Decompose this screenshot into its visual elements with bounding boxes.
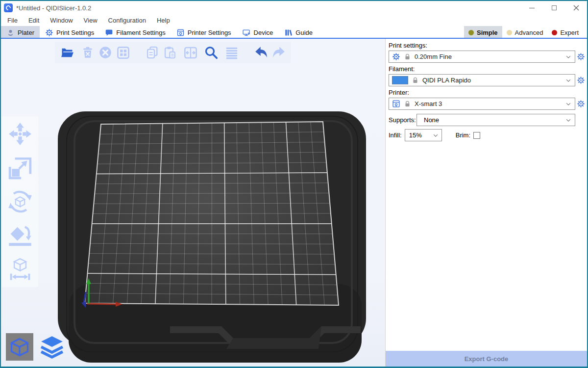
- maximize-icon: [552, 5, 557, 10]
- undo-arrow-icon: [254, 46, 269, 59]
- menu-view[interactable]: View: [78, 15, 103, 26]
- 3d-editor-toggle[interactable]: [6, 333, 33, 361]
- print-settings-combo[interactable]: 0.20mm Fine: [389, 51, 575, 63]
- menu-bar: File Edit Window View Configuration Help: [1, 15, 587, 26]
- settings-sidebar: Print settings: 0.20mm Fine Filament: QI…: [385, 39, 587, 367]
- arrange-grid-icon: [117, 46, 130, 59]
- mode-advanced[interactable]: Advanced: [502, 26, 548, 39]
- chevron-down-icon: [565, 101, 572, 107]
- guide-books-icon: [284, 28, 293, 37]
- open-button[interactable]: [59, 43, 75, 62]
- tab-plater[interactable]: Plater: [1, 26, 40, 39]
- search-icon: [204, 45, 219, 60]
- printer-value: X-smart 3: [415, 100, 562, 107]
- supports-dropdown[interactable]: None: [416, 114, 575, 126]
- chevron-down-icon: [565, 53, 572, 60]
- tab-filament-settings[interactable]: Filament Settings: [99, 26, 171, 39]
- 3d-viewport[interactable]: [1, 39, 385, 367]
- infill-label: Infill:: [389, 131, 402, 139]
- layers-lines-icon: [225, 46, 239, 59]
- close-button[interactable]: [565, 1, 587, 15]
- tab-printer-settings[interactable]: Printer Settings: [171, 26, 237, 39]
- filament-icon: [105, 28, 113, 37]
- gear-icon: [45, 28, 53, 37]
- place-on-face-button[interactable]: [7, 223, 33, 248]
- copy-icon: [146, 46, 159, 59]
- flatten-icon: [7, 223, 33, 248]
- gear-icon: [392, 53, 400, 61]
- lock-icon: [404, 53, 411, 60]
- supports-label: Supports:: [389, 116, 416, 124]
- delete-all-button[interactable]: [97, 43, 114, 62]
- chevron-down-icon: [565, 117, 572, 124]
- filament-combo[interactable]: QIDI PLA Rapido: [389, 74, 575, 86]
- arrange-button[interactable]: [115, 43, 131, 62]
- expert-dot-icon: [552, 30, 557, 35]
- undo-button[interactable]: [253, 43, 270, 62]
- search-button[interactable]: [203, 43, 220, 62]
- menu-file[interactable]: File: [2, 15, 23, 26]
- mode-switcher: Simple Advanced Expert: [464, 26, 587, 39]
- mode-expert[interactable]: Expert: [547, 26, 583, 39]
- export-gcode-button[interactable]: Export G-code: [386, 351, 587, 367]
- copy-button[interactable]: [144, 43, 161, 62]
- tab-label: Plater: [18, 29, 34, 36]
- redo-arrow-icon: [271, 46, 286, 59]
- tab-label: Filament Settings: [116, 29, 165, 36]
- delete-button[interactable]: [79, 43, 96, 62]
- measure-button[interactable]: [7, 257, 33, 282]
- filament-value: QIDI PLA Rapido: [422, 77, 562, 84]
- mode-label: Simple: [477, 29, 498, 36]
- open-folder-icon: [60, 46, 74, 59]
- redo-button[interactable]: [270, 43, 287, 62]
- move-button[interactable]: [7, 121, 33, 147]
- print-settings-edit-button[interactable]: [575, 51, 586, 63]
- print-settings-label: Print settings:: [389, 42, 586, 49]
- maximize-button[interactable]: [543, 1, 565, 15]
- measure-icon: [7, 257, 33, 282]
- simple-dot-icon: [468, 30, 474, 35]
- filament-edit-button[interactable]: [575, 74, 586, 86]
- filament-color-swatch: [392, 76, 408, 84]
- minimize-button[interactable]: [521, 1, 543, 15]
- menu-window[interactable]: Window: [45, 15, 78, 26]
- chevron-down-icon: [565, 77, 572, 84]
- tab-device[interactable]: Device: [237, 26, 279, 39]
- plater-icon: [6, 28, 15, 37]
- filament-label: Filament:: [389, 65, 586, 73]
- printer-icon: [392, 100, 400, 108]
- tab-print-settings[interactable]: Print Settings: [40, 26, 99, 39]
- advanced-dot-icon: [507, 30, 512, 35]
- menu-configuration[interactable]: Configuration: [103, 15, 151, 26]
- mode-simple[interactable]: Simple: [464, 26, 502, 39]
- tab-bar: Plater Print Settings Filament Settings …: [1, 26, 587, 39]
- brim-checkbox[interactable]: [473, 132, 480, 139]
- scale-icon: [8, 156, 32, 180]
- printer-combo[interactable]: X-smart 3: [389, 98, 575, 110]
- tab-label: Print Settings: [56, 29, 94, 36]
- infill-value: 15%: [409, 131, 432, 139]
- paste-button[interactable]: [162, 43, 178, 62]
- scale-button[interactable]: [7, 155, 33, 181]
- minimize-icon: [529, 8, 535, 8]
- infill-dropdown[interactable]: 15%: [405, 129, 442, 141]
- menu-edit[interactable]: Edit: [23, 15, 45, 26]
- split-button[interactable]: [182, 43, 199, 62]
- circle-x-icon: [98, 46, 112, 59]
- rotate-icon: [7, 189, 33, 214]
- printer-edit-button[interactable]: [575, 98, 586, 110]
- lock-icon: [412, 77, 419, 84]
- menu-help[interactable]: Help: [151, 15, 175, 26]
- window-title: *Untitled - QIDISlicer-1.0.2: [16, 4, 91, 12]
- rotate-button[interactable]: [7, 189, 33, 214]
- title-bar: *Untitled - QIDISlicer-1.0.2: [1, 1, 587, 15]
- tab-label: Printer Settings: [188, 29, 231, 36]
- preview-toggle[interactable]: [38, 333, 66, 361]
- tab-guide[interactable]: Guide: [278, 26, 318, 39]
- trash-icon: [81, 46, 94, 59]
- cube-icon: [9, 336, 30, 358]
- print-settings-value: 0.20mm Fine: [415, 53, 562, 60]
- variable-layer-height-button[interactable]: [223, 43, 240, 62]
- device-icon: [242, 28, 251, 37]
- supports-value: None: [424, 116, 565, 124]
